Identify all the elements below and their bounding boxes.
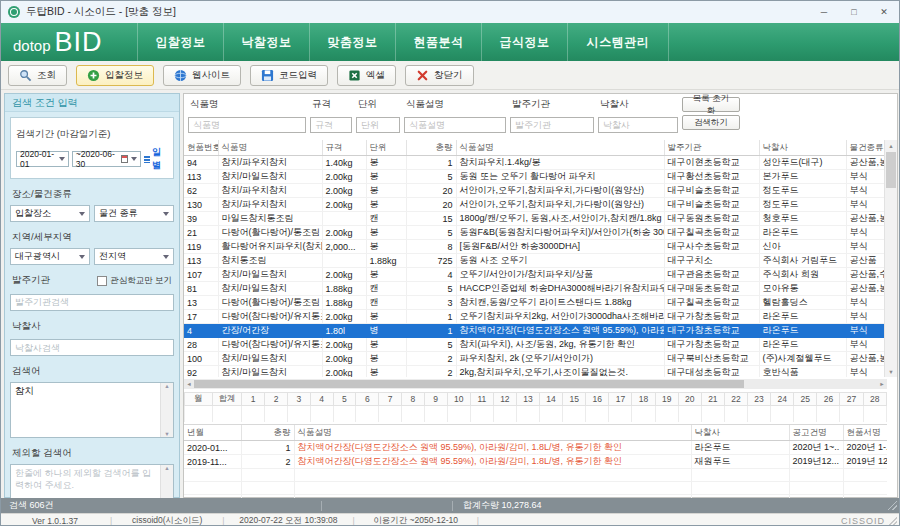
table-row[interactable]: 94참치/파우치참치1.40kg봉1참치파우치.1.4kg/봉대구이현초등학교성… [184, 156, 887, 170]
table-row[interactable]: 28다랑어(참다랑어)/유지통조림2.00kg봉5참치(파우치), 사조/동원,… [184, 338, 887, 352]
cell: 대구구치소 [664, 254, 759, 268]
column-header[interactable]: 낙찰사 [691, 425, 789, 441]
column-header[interactable]: 발주기관 [664, 140, 759, 156]
nav-item-custom-info[interactable]: 맞춤정보 [309, 23, 395, 61]
table-row[interactable]: 92참치/마일드참치2.00kg봉22kg,참치파우치,오뚜기,사조이물질없는것… [184, 366, 887, 378]
table-row[interactable]: 13다랑어(활다랑어)/통조림1.88kg캔3참치캔,동원/오뚜기 라이트스탠다… [184, 296, 887, 310]
table-row[interactable]: 130참치/파우치참치2.00kg봉20서안이가,오뚜기,참치파우치,가다랑이(… [184, 198, 887, 212]
table-row[interactable] [184, 469, 887, 482]
subregion-select[interactable]: 전지역 [94, 248, 174, 265]
column-header[interactable]: 현품번호 [184, 140, 218, 156]
scroll-left-icon[interactable]: ◄ [184, 379, 194, 389]
scroll-right-icon[interactable]: ► [877, 379, 887, 389]
cell: 라온푸드 [759, 338, 846, 352]
table-row[interactable]: 2020-01...1참치액어간장(다영도간장소스 원액 95.59%), 아라… [184, 441, 887, 455]
column-header[interactable]: 공고건명 [789, 425, 843, 441]
column-header[interactable]: 총량 [406, 140, 456, 156]
column-header[interactable]: 총량 [241, 425, 294, 441]
search-button[interactable]: 조회 [8, 65, 67, 86]
filter-input-unit[interactable] [356, 117, 400, 133]
nav-item-goods-analysis[interactable]: 현품분석 [395, 23, 481, 61]
resize-grip-icon[interactable] [888, 501, 897, 510]
table-row[interactable]: 113참치통조림1.88kg725동원 사조 오뚜기대구구치소주식회사 거림푸드… [184, 254, 887, 268]
cell: 참치(파우치), 사조/동원, 2kg, 유통기한 확인 [456, 338, 664, 352]
scroll-down-icon[interactable]: ▼ [164, 431, 169, 437]
main-nav: dotop BID 입찰정보 낙찰정보 맞춤정보 현품분석 급식정보 시스템관리 [1, 23, 899, 61]
minimize-button[interactable]: ─ [809, 1, 839, 22]
scroll-up-icon[interactable]: ▲ [885, 140, 897, 151]
cell [789, 469, 843, 482]
nav-item-system-admin[interactable]: 시스템관리 [567, 23, 669, 61]
scroll-up-icon[interactable]: ▲ [164, 383, 169, 389]
cell: 오뚜기/서안이가/참치파우치/상품 [456, 268, 664, 282]
date-from-select[interactable]: 2020-01-01 [16, 151, 69, 167]
table-row[interactable]: 39마일드참치통조림캔151800g/캔/오뚜기, 동원,사조,서안이가,참치캔… [184, 212, 887, 226]
date-to-select[interactable]: ~2020-06-30 [72, 151, 141, 167]
filter-input-org[interactable] [510, 117, 594, 133]
cell: 청호푸드 [759, 212, 846, 226]
column-header[interactable]: 식품설명 [294, 425, 691, 441]
table-row[interactable]: 17다랑어(참다랑어)/유지통조림2.00kg봉1오뚜기참치파우치2kg, 서안… [184, 310, 887, 324]
org-search-input[interactable] [10, 294, 174, 311]
column-header[interactable]: 낙찰사 [759, 140, 846, 156]
table-row[interactable]: 21다랑어(활다랑어)/통조림2.00kg봉5동원F&B(동원참치다랑어파우치)… [184, 226, 887, 240]
table-row[interactable]: 107참치/마일드참치2.00kg봉4오뚜기/서안이가/참치파우치/상품대구관음… [184, 268, 887, 282]
scroll-down-icon[interactable]: ▼ [885, 366, 897, 377]
keyword-textarea[interactable]: 참치 ▲▼ [10, 382, 174, 438]
table-row[interactable] [184, 482, 887, 495]
close-x-icon [416, 69, 429, 82]
window-title: 두탑BID - 시소이드 - [맞춤 정보] [26, 5, 176, 19]
reset-list-button[interactable]: 목록 초기화 [682, 97, 740, 112]
filter-input-winner[interactable] [598, 117, 678, 133]
cell: 헬람홀딩스 [759, 296, 846, 310]
nav-item-award-info[interactable]: 낙찰정보 [223, 23, 309, 61]
excel-button[interactable]: 엑셀 [337, 65, 396, 86]
table-row[interactable]: 81참치/마일드참치1.88kg캔5HACCP인증업체 하송DHA3000해바라… [184, 282, 887, 296]
filter-input-spec[interactable] [310, 117, 352, 133]
table-row[interactable]: 119활다랑어유지파우치(참치)2,000...봉8[동원F&B/서안 하송30… [184, 240, 887, 254]
search-list-button[interactable]: 검색하기 [682, 115, 740, 130]
resize-grip-icon[interactable] [889, 517, 897, 525]
bid-place-select[interactable]: 입찰장소 [10, 205, 90, 222]
scroll-up-icon[interactable]: ▲ [164, 465, 169, 471]
table-row[interactable]: 113참치/마일드참치2.00kg봉5동원 또는 오뚜기 활다랑어 파우치대구황… [184, 170, 887, 184]
app-window: 두탑BID - 시소이드 - [맞춤 정보] ─ □ ✕ dotop BID 입… [0, 0, 900, 526]
column-header[interactable]: 식품설명 [456, 140, 664, 156]
day-column-header: 10 [447, 393, 470, 406]
nav-item-bid-info[interactable]: 입찰정보 [137, 23, 223, 61]
cell: 대구사수초등학교 [664, 240, 759, 254]
item-type-select[interactable]: 물건 종류 [94, 205, 174, 222]
maximize-button[interactable]: □ [839, 1, 869, 22]
website-button[interactable]: 웹사이트 [163, 65, 241, 86]
table-row[interactable]: 4간장/어간장1.80l병1참치액어간장(다영도간장소스 원액 95.59%),… [184, 324, 887, 338]
table-row[interactable]: 100참치/마일드참치2.00kg봉2파우치참치, 2k (오뚜기/서안이가)대… [184, 352, 887, 366]
scrollbar-thumb[interactable] [886, 152, 896, 188]
code-input-button[interactable]: 코드입력 [250, 65, 328, 86]
vertical-scrollbar[interactable]: ▲ ▼ [884, 140, 897, 377]
cell: 39 [184, 212, 218, 226]
cell [493, 406, 516, 423]
column-header[interactable]: 물건종류 [846, 140, 887, 156]
table-row[interactable]: 2019-11...2참치액어간장(다영도간장소스 원액 95.59%), 아라… [184, 455, 887, 469]
close-window-button[interactable]: 창닫기 [405, 65, 474, 86]
column-header[interactable]: 단위 [366, 140, 406, 156]
filter-label-food-name: 식품명 [190, 98, 306, 111]
textarea-scrollbar[interactable]: ▲▼ [160, 383, 173, 437]
table-row[interactable]: 62참치/파우치참치2.00kg봉20서안이가,오뚜기,참치파우치,가다랑이(원… [184, 184, 887, 198]
column-header[interactable]: 규격 [322, 140, 366, 156]
column-header[interactable]: 현품서명 [843, 425, 887, 441]
winner-search-input[interactable] [10, 339, 174, 356]
region-select[interactable]: 대구광역시 [10, 248, 90, 265]
column-header[interactable]: 식품명 [218, 140, 322, 156]
filter-input-desc[interactable] [404, 117, 506, 133]
column-header[interactable]: 년월 [184, 425, 241, 441]
daily-button[interactable]: 일별 [144, 146, 168, 172]
scrollbar-thumb[interactable] [194, 380, 744, 388]
close-button[interactable]: ✕ [869, 1, 899, 22]
nav-item-meal-info[interactable]: 급식정보 [481, 23, 567, 61]
bid-info-button[interactable]: 입찰정보 [76, 65, 154, 86]
interest-school-checkbox[interactable]: 관심학교만 보기 [97, 275, 172, 287]
filter-input-food-name[interactable] [188, 117, 306, 133]
horizontal-scrollbar[interactable]: ◄ ► [184, 379, 887, 389]
results-table-wrap: 현품번호 식품명 규격 단위 총량 식품설명 발주기관 낙찰사 물건종류 94참… [184, 140, 887, 377]
